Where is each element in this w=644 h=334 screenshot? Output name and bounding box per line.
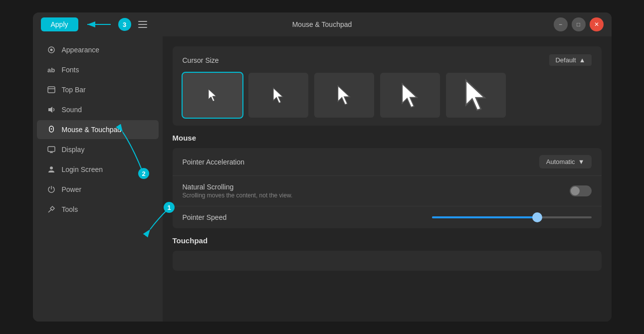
cursor-size-option-3[interactable] bbox=[314, 73, 374, 118]
fonts-icon: ab bbox=[47, 65, 56, 74]
sidebar-label-login: Login Screen bbox=[62, 166, 103, 173]
svg-marker-24 bbox=[402, 83, 417, 107]
sound-icon bbox=[47, 105, 56, 114]
svg-rect-10 bbox=[48, 147, 55, 152]
cursor-size-option-1[interactable] bbox=[183, 73, 242, 118]
cursor-size-header: Cursor Size Default ▲ bbox=[183, 54, 592, 66]
sidebar-label-mouse: Mouse & Touchpad bbox=[62, 126, 122, 134]
sidebar-item-topbar[interactable]: Top Bar bbox=[37, 80, 159, 99]
mouse-section-title: Mouse bbox=[173, 134, 602, 142]
sidebar-label-topbar: Top Bar bbox=[62, 86, 86, 94]
pointer-speed-row: Pointer Speed bbox=[173, 206, 602, 228]
svg-point-3 bbox=[50, 49, 52, 51]
pointer-speed-thumb[interactable] bbox=[532, 212, 542, 222]
cursor-icon-medium-small bbox=[271, 87, 286, 104]
mouse-settings-card: Pointer Acceleration Automatic ▼ Natural… bbox=[173, 148, 602, 228]
touchpad-card bbox=[173, 251, 602, 271]
svg-rect-5 bbox=[48, 87, 55, 93]
cursor-icon-large bbox=[398, 82, 422, 109]
maximize-button[interactable]: □ bbox=[572, 17, 586, 31]
pointer-acceleration-select[interactable]: Automatic ▼ bbox=[539, 155, 592, 168]
login-icon bbox=[47, 165, 56, 174]
sidebar: Appearance ab Fonts Top Bar bbox=[33, 36, 163, 322]
titlebar-left: Apply 3 bbox=[41, 17, 149, 31]
cursor-size-label: Cursor Size bbox=[183, 56, 219, 64]
pointer-speed-track bbox=[432, 216, 592, 218]
window-controls: − □ ✕ bbox=[554, 17, 604, 31]
svg-marker-21 bbox=[209, 89, 216, 101]
sidebar-item-tools[interactable]: Tools bbox=[37, 200, 159, 219]
cursor-size-option-2[interactable] bbox=[248, 73, 308, 118]
natural-scrolling-info: Natural Scrolling Scrolling moves the co… bbox=[183, 183, 293, 199]
sidebar-item-appearance[interactable]: Appearance bbox=[37, 40, 159, 59]
natural-scrolling-desc: Scrolling moves the content, not the vie… bbox=[183, 192, 293, 199]
sidebar-item-power[interactable]: Power bbox=[37, 180, 159, 199]
natural-scrolling-row: Natural Scrolling Scrolling moves the co… bbox=[173, 176, 602, 206]
sidebar-label-fonts: Fonts bbox=[62, 66, 79, 74]
touchpad-section: Touchpad bbox=[173, 236, 602, 271]
cursor-size-card: Cursor Size Default ▲ bbox=[173, 46, 602, 126]
close-button[interactable]: ✕ bbox=[590, 17, 604, 31]
svg-text:ab: ab bbox=[47, 66, 55, 74]
window-title: Mouse & Touchpad bbox=[292, 20, 352, 28]
cursor-size-option-4[interactable] bbox=[380, 73, 440, 118]
sidebar-item-login[interactable]: Login Screen bbox=[37, 160, 159, 179]
cursor-icon-xlarge bbox=[460, 78, 491, 113]
svg-marker-25 bbox=[466, 80, 485, 110]
toggle-knob bbox=[571, 186, 580, 195]
annotation-badge-3: 3 bbox=[118, 18, 131, 31]
apply-arrow-annotation bbox=[83, 18, 113, 30]
sidebar-item-mouse[interactable]: Mouse & Touchpad bbox=[37, 120, 159, 139]
display-icon bbox=[47, 145, 56, 154]
apply-button[interactable]: Apply bbox=[41, 17, 78, 31]
pointer-acceleration-label: Pointer Acceleration bbox=[183, 158, 245, 166]
sidebar-item-sound[interactable]: Sound bbox=[37, 100, 159, 119]
sidebar-item-display[interactable]: Display bbox=[37, 140, 159, 159]
touchpad-section-title: Touchpad bbox=[173, 236, 602, 245]
cursor-size-options bbox=[183, 73, 592, 118]
titlebar: Apply 3 Mouse & Touchpad − □ ✕ bbox=[33, 12, 612, 36]
svg-point-13 bbox=[50, 167, 53, 169]
main-panel: Cursor Size Default ▲ bbox=[163, 36, 612, 322]
minimize-button[interactable]: − bbox=[554, 17, 568, 31]
cursor-icon-small bbox=[207, 88, 218, 102]
mouse-icon bbox=[47, 125, 56, 134]
menu-button[interactable] bbox=[136, 19, 149, 30]
mouse-section: Mouse Pointer Acceleration Automatic ▼ N… bbox=[173, 134, 602, 228]
touchpad-card-partial bbox=[173, 251, 602, 271]
power-icon bbox=[47, 185, 56, 194]
svg-marker-22 bbox=[273, 88, 283, 103]
svg-marker-7 bbox=[48, 107, 52, 113]
cursor-size-option-5[interactable] bbox=[446, 73, 506, 118]
chevron-up-icon: ▲ bbox=[579, 56, 586, 64]
pointer-acceleration-row: Pointer Acceleration Automatic ▼ bbox=[173, 148, 602, 176]
cursor-size-dropdown[interactable]: Default ▲ bbox=[549, 54, 591, 66]
natural-scrolling-label: Natural Scrolling bbox=[183, 183, 293, 191]
natural-scrolling-toggle[interactable] bbox=[570, 185, 592, 196]
pointer-speed-slider-container bbox=[432, 216, 592, 218]
svg-marker-23 bbox=[338, 86, 350, 105]
sidebar-label-appearance: Appearance bbox=[62, 46, 100, 54]
appearance-icon bbox=[47, 45, 56, 54]
content-area: Appearance ab Fonts Top Bar bbox=[33, 36, 612, 322]
tools-icon bbox=[47, 205, 56, 214]
sidebar-label-sound: Sound bbox=[62, 106, 82, 114]
sidebar-label-power: Power bbox=[62, 185, 82, 193]
top-bar-icon bbox=[47, 85, 56, 94]
sidebar-label-display: Display bbox=[62, 146, 85, 154]
sidebar-label-tools: Tools bbox=[62, 205, 78, 213]
sidebar-item-fonts[interactable]: ab Fonts bbox=[37, 60, 159, 79]
main-window: Apply 3 Mouse & Touchpad − □ ✕ bbox=[33, 12, 612, 322]
pointer-speed-fill bbox=[432, 216, 537, 218]
pointer-speed-label: Pointer Speed bbox=[183, 213, 227, 221]
cursor-icon-medium bbox=[335, 84, 354, 106]
chevron-down-icon: ▼ bbox=[578, 158, 585, 166]
